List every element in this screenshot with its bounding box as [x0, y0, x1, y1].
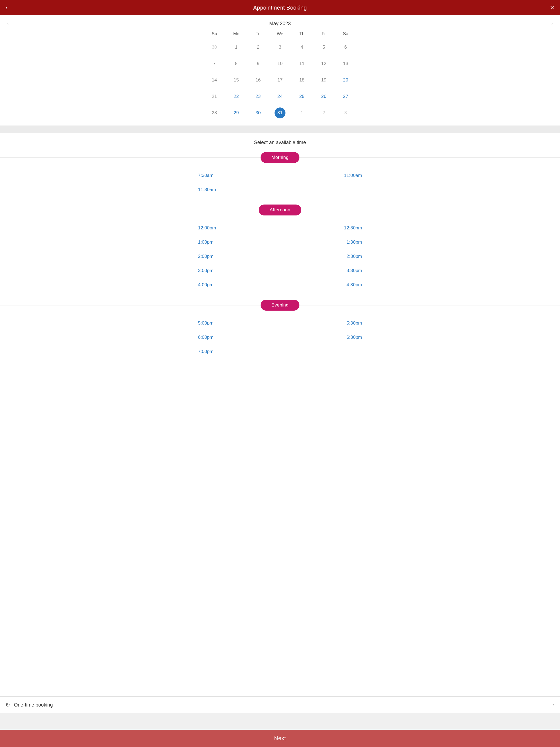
day-cell[interactable]: 8: [225, 55, 247, 72]
time-slot[interactable]: 2:30pm: [280, 249, 365, 264]
day-cell[interactable]: 12: [313, 55, 335, 72]
day-cell[interactable]: 16: [247, 72, 269, 88]
app-header: ‹ Appointment Booking ✕: [0, 0, 560, 15]
time-slots-morning: 7:30am11:00am11:30am: [184, 168, 376, 202]
periods-container: Morning7:30am11:00am11:30amAfternoon12:0…: [0, 152, 560, 364]
day-cell[interactable]: 20: [335, 72, 357, 88]
day-cell[interactable]: 25: [291, 88, 313, 105]
time-slot[interactable]: 7:30am: [195, 169, 280, 183]
day-cell[interactable]: 4: [291, 39, 313, 55]
day-cell[interactable]: 19: [313, 72, 335, 88]
day-header-we: We: [269, 30, 291, 39]
time-slot[interactable]: 4:00pm: [195, 278, 280, 292]
calendar-section: ‹ May 2023 › SuMoTuWeThFrSa3012345678910…: [0, 15, 560, 126]
day-cell[interactable]: 3: [269, 39, 291, 55]
time-slot: [280, 344, 365, 359]
period-section-evening: Evening5:00pm5:30pm6:00pm6:30pm7:00pm: [0, 300, 560, 364]
period-section-morning: Morning7:30am11:00am11:30am: [0, 152, 560, 202]
bottom-spacer: [0, 713, 560, 730]
day-cell[interactable]: 13: [335, 55, 357, 72]
time-slot[interactable]: 11:30am: [195, 183, 280, 197]
time-slot[interactable]: 7:00pm: [195, 344, 280, 359]
day-cell[interactable]: 14: [203, 72, 225, 88]
one-time-icon: ↻: [5, 702, 10, 708]
time-slot[interactable]: 12:30pm: [280, 221, 365, 235]
day-cell[interactable]: 6: [335, 39, 357, 55]
time-slots-afternoon: 12:00pm12:30pm1:00pm1:30pm2:00pm2:30pm3:…: [184, 220, 376, 298]
day-cell[interactable]: 28: [203, 105, 225, 121]
day-cell[interactable]: 3: [335, 105, 357, 121]
period-divider-afternoon: Afternoon: [0, 205, 560, 215]
time-slot[interactable]: 5:00pm: [195, 316, 280, 330]
day-cell[interactable]: 11: [291, 55, 313, 72]
time-slot[interactable]: 3:30pm: [280, 264, 365, 278]
prev-month-button[interactable]: ‹: [3, 19, 13, 29]
period-section-afternoon: Afternoon12:00pm12:30pm1:00pm1:30pm2:00p…: [0, 205, 560, 298]
time-slot[interactable]: 11:00am: [280, 169, 365, 183]
day-cell[interactable]: 2: [247, 39, 269, 55]
time-slot: [280, 183, 365, 197]
day-header-th: Th: [291, 30, 313, 39]
day-cell[interactable]: 15: [225, 72, 247, 88]
time-slot[interactable]: 1:30pm: [280, 235, 365, 249]
day-cell[interactable]: 9: [247, 55, 269, 72]
period-pill-afternoon[interactable]: Afternoon: [259, 205, 301, 215]
day-cell[interactable]: 29: [225, 105, 247, 121]
day-header-tu: Tu: [247, 30, 269, 39]
day-header-su: Su: [203, 30, 225, 39]
day-cell[interactable]: 30: [203, 39, 225, 55]
day-cell[interactable]: 5: [313, 39, 335, 55]
period-pill-morning[interactable]: Morning: [261, 152, 300, 163]
period-divider-morning: Morning: [0, 152, 560, 163]
next-button[interactable]: Next: [0, 730, 560, 747]
time-slot[interactable]: 6:30pm: [280, 330, 365, 344]
header-title: Appointment Booking: [253, 5, 307, 11]
day-cell[interactable]: 17: [269, 72, 291, 88]
month-nav: ‹ May 2023 ›: [0, 19, 560, 30]
day-cell[interactable]: 31: [269, 105, 291, 121]
time-slot[interactable]: 5:30pm: [280, 316, 365, 330]
time-slots-evening: 5:00pm5:30pm6:00pm6:30pm7:00pm: [184, 315, 376, 364]
day-cell[interactable]: 1: [291, 105, 313, 121]
one-time-booking-row[interactable]: ↻ One-time booking ›: [0, 696, 560, 713]
time-slot[interactable]: 12:00pm: [195, 221, 280, 235]
time-slot[interactable]: 4:30pm: [280, 278, 365, 292]
day-header-sa: Sa: [335, 30, 357, 39]
time-slot[interactable]: 6:00pm: [195, 330, 280, 344]
period-divider-evening: Evening: [0, 300, 560, 311]
select-time-label: Select an available time: [0, 133, 560, 150]
day-header-mo: Mo: [225, 30, 247, 39]
day-cell[interactable]: 18: [291, 72, 313, 88]
day-cell[interactable]: 21: [203, 88, 225, 105]
back-button[interactable]: ‹: [3, 3, 9, 12]
day-cell[interactable]: 2: [313, 105, 335, 121]
time-slot[interactable]: 2:00pm: [195, 249, 280, 264]
day-cell[interactable]: 30: [247, 105, 269, 121]
calendar-grid: SuMoTuWeThFrSa30123456789101112131415161…: [198, 30, 362, 121]
day-cell[interactable]: 27: [335, 88, 357, 105]
time-slot[interactable]: 1:00pm: [195, 235, 280, 249]
day-header-fr: Fr: [313, 30, 335, 39]
one-time-booking-label: One-time booking: [14, 702, 553, 708]
day-cell[interactable]: 7: [203, 55, 225, 72]
period-pill-evening[interactable]: Evening: [261, 300, 300, 311]
one-time-chevron-icon: ›: [553, 702, 555, 708]
day-cell[interactable]: 23: [247, 88, 269, 105]
gray-separator: [0, 126, 560, 133]
day-cell[interactable]: 26: [313, 88, 335, 105]
time-slot[interactable]: 3:00pm: [195, 264, 280, 278]
day-cell[interactable]: 24: [269, 88, 291, 105]
close-button[interactable]: ✕: [548, 3, 557, 12]
day-cell[interactable]: 1: [225, 39, 247, 55]
month-year-label: May 2023: [269, 21, 291, 27]
next-month-button[interactable]: ›: [547, 19, 557, 29]
day-cell[interactable]: 22: [225, 88, 247, 105]
time-section: Select an available time Morning7:30am11…: [0, 133, 560, 696]
day-cell[interactable]: 10: [269, 55, 291, 72]
